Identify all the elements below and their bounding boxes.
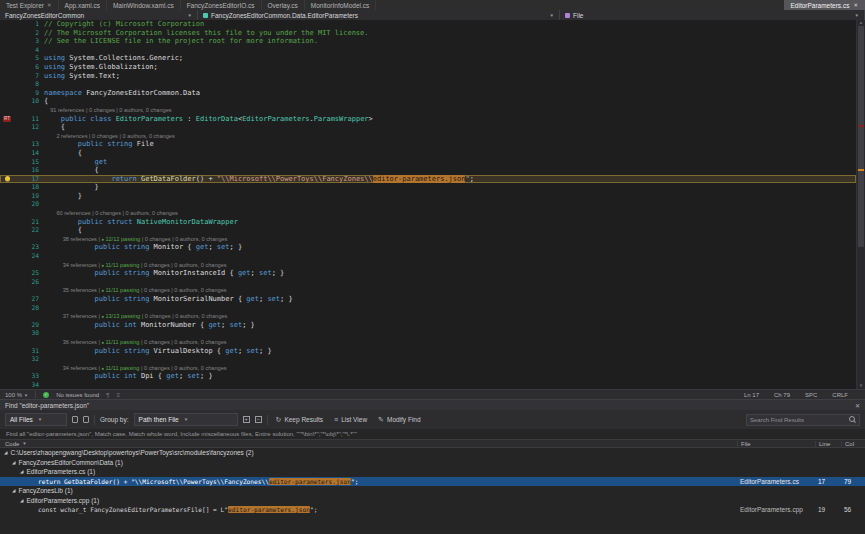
expander-icon[interactable]: ◢ [20, 496, 23, 506]
expander-icon[interactable]: ◢ [12, 486, 15, 496]
search-find-results-input[interactable] [750, 417, 846, 423]
code-line[interactable]: 3// See the LICENSE file in the project … [0, 37, 856, 46]
search-find-results-box[interactable] [746, 414, 860, 426]
paragraph-icon[interactable]: ¶ [106, 392, 109, 398]
find-result-row[interactable]: ◢EditorParameters.cpp (1) [0, 496, 865, 506]
code-line[interactable]: 23 public string Monitor { get; set; } [0, 243, 856, 252]
expander-icon[interactable]: ◢ [12, 458, 15, 468]
tab-monitorinfomodel-cs[interactable]: MonitorInfoModel.cs [305, 0, 377, 10]
tab-test-explorer[interactable]: Test Explorer✕ [0, 0, 59, 10]
code-line[interactable]: 9namespace FancyZonesEditorCommon.Data [0, 89, 856, 98]
code-line[interactable]: 19 } [0, 192, 856, 201]
project-dropdown[interactable]: FancyZonesEditorCommon ▼ [0, 10, 198, 20]
prev-result-icon[interactable] [72, 416, 78, 423]
tab-active[interactable]: EditorParameters.cs ✕ [784, 0, 865, 10]
tab-close-icon[interactable]: ✕ [47, 2, 52, 8]
tab-overlay-cs[interactable]: Overlay.cs [262, 0, 305, 10]
code-line[interactable]: 32 [0, 355, 856, 364]
code-line[interactable]: 6using System.Globalization; [0, 63, 856, 72]
glyph-margin: RT [0, 115, 14, 124]
indent-guides-icon[interactable]: ≡ [116, 392, 120, 398]
code-editor[interactable]: 1// Copyright (c) Microsoft Corporation2… [0, 20, 865, 389]
scroll-down-icon[interactable]: ▼ [857, 383, 865, 389]
code-line[interactable]: 26 [0, 278, 856, 287]
editor-scrollbar[interactable]: ▲ ▼ [856, 20, 865, 389]
code-line[interactable]: 29 public int MonitorNumber { get; set; … [0, 321, 856, 330]
code-line[interactable]: 34 [0, 381, 856, 389]
tab-mainwindow-xaml-cs[interactable]: MainWindow.xaml.cs [107, 0, 181, 10]
codelens-line[interactable]: 38 references | 12/12 passing | 0 change… [0, 235, 856, 244]
code-line[interactable]: 10{ [0, 97, 856, 106]
scope-dropdown[interactable]: All Files ▼ [5, 413, 67, 426]
codelens-line[interactable]: 60 references | 0 changes | 0 authors, 0… [0, 209, 856, 218]
code-line[interactable]: 15 get [0, 158, 856, 167]
code-area[interactable]: 1// Copyright (c) Microsoft Corporation2… [0, 20, 856, 389]
group-by-dropdown[interactable]: Path then File ▼ [134, 413, 238, 426]
code-line[interactable]: 28 [0, 304, 856, 313]
code-line[interactable]: 27 public string MonitorSerialNumber { g… [0, 295, 856, 304]
close-icon[interactable]: ✕ [855, 402, 860, 409]
column-header-col[interactable]: Col [841, 441, 865, 447]
code-line[interactable]: 1// Copyright (c) Microsoft Corporation [0, 20, 856, 29]
find-result-row[interactable]: ◢FancyZonesLib (1) [0, 486, 865, 496]
find-panel-title-bar[interactable]: Find "editor-parameters.json" ✕ [0, 400, 865, 410]
zoom-control[interactable]: 100 % ▼ [5, 392, 28, 398]
codelens-line[interactable]: 35 references | 11/11 passing | 0 change… [0, 286, 856, 295]
find-result-row[interactable]: ◢FancyZonesEditorCommon\Data (1) [0, 458, 865, 468]
code-line[interactable]: 33 public int Dpi { get; set; } [0, 372, 856, 381]
code-line[interactable]: 14 { [0, 149, 856, 158]
code-line[interactable]: 12 { [0, 123, 856, 132]
code-line[interactable]: RT11 public class EditorParameters : Edi… [0, 115, 856, 124]
lightbulb-icon[interactable] [5, 176, 10, 181]
modify-find-button[interactable]: ✎ Modify Find [375, 414, 423, 426]
find-result-row[interactable]: ◢C:\Users\zhaopengwang\Desktop\powertoys… [0, 448, 865, 458]
codelens-line[interactable]: 37 references | 13/13 passing | 0 change… [0, 312, 856, 321]
code-line[interactable]: 20 [0, 200, 856, 209]
code-line[interactable]: 31 public string VirtualDesktop { get; s… [0, 347, 856, 356]
column-header-code[interactable]: Code ▼ [0, 441, 737, 447]
expander-icon[interactable]: ◢ [20, 467, 23, 477]
code-text: public int MonitorNumber { get; set; } [44, 321, 856, 330]
code-line[interactable]: 13 public string File [0, 140, 856, 149]
type-dropdown[interactable]: FancyZonesEditorCommon.Data.EditorParame… [198, 10, 560, 20]
code-line[interactable]: 17 return GetDataFolder() + "\\Microsoft… [0, 175, 856, 184]
code-line[interactable]: 7using System.Text; [0, 72, 856, 81]
tab-app-xaml-cs[interactable]: App.xaml.cs [59, 0, 107, 10]
find-panel-title: Find "editor-parameters.json" [5, 402, 89, 409]
list-view-button[interactable]: ≡ List View [331, 414, 370, 426]
scrollbar-thumb[interactable] [858, 26, 864, 247]
find-result-row[interactable]: return GetDataFolder() + "\\Microsoft\\P… [0, 477, 865, 487]
code-line[interactable]: 30 [0, 329, 856, 338]
codelens-line[interactable]: 34 references | 11/11 passing | 0 change… [0, 261, 856, 270]
expand-all-icon[interactable]: + [243, 416, 250, 423]
tab-close-icon[interactable]: ✕ [853, 2, 858, 8]
glyph-margin [0, 200, 14, 209]
code-line[interactable]: 8 [0, 80, 856, 89]
codelens-line[interactable]: 34 references | 11/11 passing | 0 change… [0, 364, 856, 373]
code-line[interactable]: 25 public string MonitorInstanceId { get… [0, 269, 856, 278]
expander-icon[interactable]: ◢ [4, 448, 7, 458]
next-result-icon[interactable] [83, 416, 89, 423]
find-result-row[interactable]: ◢EditorParameters.cs (1) [0, 467, 865, 477]
glyph-margin [0, 226, 14, 235]
code-line[interactable]: 22 { [0, 226, 856, 235]
column-header-file[interactable]: File [737, 441, 815, 447]
member-dropdown[interactable]: File ▼ [560, 10, 865, 20]
codelens-line[interactable]: 36 references | 11/11 passing | 0 change… [0, 338, 856, 347]
code-line[interactable]: 21 public struct NativeMonitorDataWrappe… [0, 218, 856, 227]
codelens-line[interactable]: 91 references | 0 changes | 0 authors, 0… [0, 106, 856, 115]
code-line[interactable]: 24 [0, 252, 856, 261]
code-line[interactable]: 5using System.Collections.Generic; [0, 54, 856, 63]
codelens-line[interactable]: 2 references | 0 changes | 0 authors, 0 … [0, 132, 856, 141]
code-line[interactable]: 16 { [0, 166, 856, 175]
margin-badge[interactable]: RT [3, 116, 11, 122]
collapse-all-icon[interactable]: − [255, 416, 262, 423]
find-result-row[interactable]: const wchar_t FancyZonesEditorParameters… [0, 505, 865, 515]
keep-results-button[interactable]: ↻ Keep Results [273, 414, 327, 426]
code-line[interactable]: 2// The Microsoft Corporation licenses t… [0, 29, 856, 38]
code-line[interactable]: 18 } [0, 183, 856, 192]
column-header-line[interactable]: Line [815, 441, 841, 447]
tab-fancyzoneseditorio-cs[interactable]: FancyZonesEditorIO.cs [181, 0, 262, 10]
code-line[interactable]: 4 [0, 46, 856, 55]
glyph-margin [0, 175, 14, 184]
